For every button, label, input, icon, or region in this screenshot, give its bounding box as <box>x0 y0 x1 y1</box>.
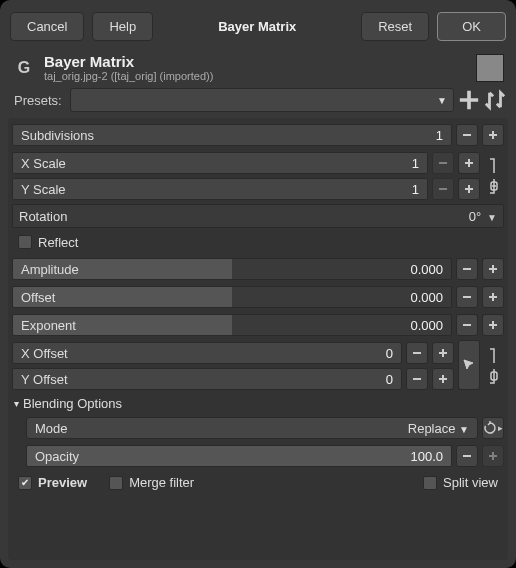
yoffset-plus-button[interactable] <box>432 368 454 390</box>
opacity-slider[interactable]: Opacity 100.0 <box>26 445 452 467</box>
xoffset-slider[interactable]: X Offset 0 <box>12 342 402 364</box>
xscale-plus-button[interactable] <box>458 152 480 174</box>
xscale-minus-button[interactable] <box>432 152 454 174</box>
offset-link-top <box>484 343 504 363</box>
amplitude-row: Amplitude 0.000 <box>12 256 504 282</box>
yoffset-value: 0 <box>386 372 393 387</box>
amplitude-label: Amplitude <box>21 262 79 277</box>
merge-filter-label: Merge filter <box>129 475 194 490</box>
amplitude-plus-button[interactable] <box>482 258 504 280</box>
params-body: Subdivisions 1 X Scale 1 Y Scale 1 <box>8 118 508 560</box>
xscale-row: X Scale 1 <box>12 150 504 176</box>
xoffset-plus-button[interactable] <box>432 342 454 364</box>
xoffset-minus-button[interactable] <box>406 342 428 364</box>
yscale-plus-button[interactable] <box>458 178 480 200</box>
yscale-value: 1 <box>412 182 419 197</box>
expander-triangle-icon: ▾ <box>14 398 19 409</box>
opacity-value: 100.0 <box>410 449 443 464</box>
opacity-plus-button[interactable] <box>482 445 504 467</box>
preview-label: Preview <box>38 475 87 490</box>
dialog-title: Bayer Matrix <box>214 17 300 36</box>
yoffset-row: Y Offset 0 <box>12 366 504 392</box>
subdivisions-minus-button[interactable] <box>456 124 478 146</box>
exponent-plus-button[interactable] <box>482 314 504 336</box>
color-swatch[interactable] <box>476 54 504 82</box>
blending-expander[interactable]: ▾ Blending Options <box>12 394 504 413</box>
xoffset-row: X Offset 0 <box>12 340 504 366</box>
yoffset-slider[interactable]: Y Offset 0 <box>12 368 402 390</box>
subdivisions-value: 1 <box>436 128 443 143</box>
mode-label: Mode <box>35 421 68 436</box>
yoffset-label: Y Offset <box>21 372 68 387</box>
xscale-label: X Scale <box>21 156 66 171</box>
cancel-button[interactable]: Cancel <box>10 12 84 41</box>
presets-row: Presets: ▼ <box>8 88 508 112</box>
top-button-bar: Cancel Help Bayer Matrix Reset OK <box>8 8 508 47</box>
rotation-value: 0° <box>469 209 481 224</box>
filter-name: Bayer Matrix <box>44 53 468 70</box>
yoffset-minus-button[interactable] <box>406 368 428 390</box>
offset-link-icon[interactable] <box>484 369 504 389</box>
offset-slider[interactable]: Offset 0.000 <box>12 286 452 308</box>
subdivisions-slider[interactable]: Subdivisions 1 <box>12 124 452 146</box>
yscale-slider[interactable]: Y Scale 1 <box>12 178 428 200</box>
merge-filter-checkbox[interactable] <box>109 476 123 490</box>
xoffset-label: X Offset <box>21 346 68 361</box>
reflect-label: Reflect <box>38 235 78 250</box>
layer-name: taj_orig.jpg-2 ([taj_orig] (imported)) <box>44 70 468 82</box>
ok-button[interactable]: OK <box>437 12 506 41</box>
split-view-label: Split view <box>443 475 498 490</box>
mode-row: Mode Replace ▼ ▸ <box>26 415 504 441</box>
blending-header: Blending Options <box>23 396 122 411</box>
amplitude-value: 0.000 <box>410 262 443 277</box>
exponent-row: Exponent 0.000 <box>12 312 504 338</box>
footer-row: Preview Merge filter Split view <box>12 471 504 494</box>
subdivisions-plus-button[interactable] <box>482 124 504 146</box>
offset-label: Offset <box>21 290 55 305</box>
mode-value: Replace <box>408 421 456 436</box>
offset-value: 0.000 <box>410 290 443 305</box>
gimp-icon: G <box>12 56 36 80</box>
help-button[interactable]: Help <box>92 12 153 41</box>
offset-minus-button[interactable] <box>456 286 478 308</box>
chevron-down-icon: ▼ <box>487 212 497 223</box>
yscale-label: Y Scale <box>21 182 66 197</box>
add-preset-icon[interactable] <box>458 89 480 111</box>
amplitude-slider[interactable]: Amplitude 0.000 <box>12 258 452 280</box>
opacity-row: Opacity 100.0 <box>26 443 504 469</box>
rotation-label: Rotation <box>19 209 67 224</box>
exponent-minus-button[interactable] <box>456 314 478 336</box>
preview-checkbox[interactable] <box>18 476 32 490</box>
chevron-down-icon: ▼ <box>459 424 469 435</box>
reset-button[interactable]: Reset <box>361 12 429 41</box>
rotation-combo[interactable]: Rotation 0°▼ <box>12 204 504 228</box>
opacity-label: Opacity <box>35 449 79 464</box>
scale-link-icon[interactable] <box>484 179 504 199</box>
manage-presets-icon[interactable] <box>484 89 506 111</box>
amplitude-minus-button[interactable] <box>456 258 478 280</box>
subdivisions-row: Subdivisions 1 <box>12 122 504 148</box>
presets-label: Presets: <box>10 91 66 110</box>
mode-combo[interactable]: Mode Replace ▼ <box>26 417 478 439</box>
yscale-row: Y Scale 1 <box>12 176 504 202</box>
exponent-value: 0.000 <box>410 318 443 333</box>
offset-row: Offset 0.000 <box>12 284 504 310</box>
opacity-minus-button[interactable] <box>456 445 478 467</box>
blending-content: Mode Replace ▼ ▸ Opacity 100.0 <box>12 415 504 469</box>
xscale-slider[interactable]: X Scale 1 <box>12 152 428 174</box>
reflect-row: Reflect <box>12 230 504 254</box>
split-view-checkbox[interactable] <box>423 476 437 490</box>
xoffset-value: 0 <box>386 346 393 361</box>
subdivisions-label: Subdivisions <box>21 128 94 143</box>
exponent-label: Exponent <box>21 318 76 333</box>
exponent-slider[interactable]: Exponent 0.000 <box>12 314 452 336</box>
title-bar: G Bayer Matrix taj_orig.jpg-2 ([taj_orig… <box>8 53 508 82</box>
presets-combo[interactable]: ▼ <box>70 88 454 112</box>
xscale-value: 1 <box>412 156 419 171</box>
yscale-minus-button[interactable] <box>432 178 454 200</box>
reflect-checkbox[interactable] <box>18 235 32 249</box>
dialog: Cancel Help Bayer Matrix Reset OK G Baye… <box>0 0 516 568</box>
mode-reset-icon[interactable]: ▸ <box>482 417 504 439</box>
scale-link-top <box>484 153 504 173</box>
offset-plus-button[interactable] <box>482 286 504 308</box>
